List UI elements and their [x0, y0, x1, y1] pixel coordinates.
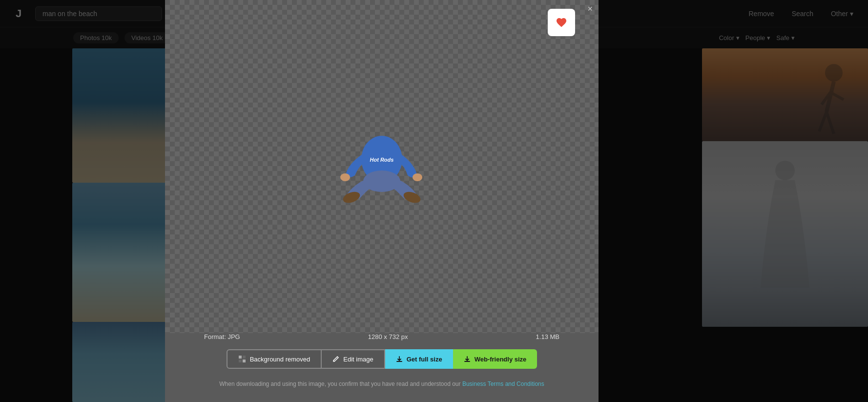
svg-point-12 — [340, 173, 350, 181]
background-icon — [238, 355, 246, 363]
download-icon — [396, 356, 403, 362]
download-icon — [464, 356, 471, 362]
full-size-button[interactable]: Get full size — [385, 349, 453, 369]
modal-info: Format: JPG 1280 x 732 px 1.13 MB — [165, 333, 599, 340]
format-label: Format: JPG — [204, 333, 240, 340]
heart-icon — [556, 17, 567, 28]
svg-rect-14 — [239, 356, 242, 359]
modal-image-area: Hot Rods — [165, 0, 599, 333]
svg-rect-16 — [239, 360, 242, 362]
product-image: Hot Rods — [328, 118, 435, 215]
modal-actions: Background removed Edit image Get full s… — [227, 349, 537, 369]
svg-point-9 — [363, 170, 400, 192]
terms-text: When downloading and using this image, y… — [180, 381, 583, 387]
svg-rect-17 — [243, 360, 246, 362]
size-label: 1.13 MB — [536, 333, 559, 340]
bg-removed-button[interactable]: Background removed — [227, 349, 322, 369]
dimensions-label: 1280 x 732 px — [368, 333, 408, 340]
svg-point-13 — [413, 173, 422, 181]
web-size-button[interactable]: Web-friendly size — [453, 349, 537, 369]
edit-button[interactable]: Edit image — [322, 349, 385, 369]
close-button[interactable]: × — [587, 4, 593, 14]
favorite-button[interactable] — [548, 9, 575, 36]
edit-icon — [332, 356, 339, 362]
modal: × Hot Rods — [165, 0, 599, 402]
terms-link[interactable]: Business Terms and Conditions — [462, 381, 544, 387]
svg-rect-15 — [243, 356, 246, 359]
svg-text:Hot Rods: Hot Rods — [370, 157, 394, 163]
